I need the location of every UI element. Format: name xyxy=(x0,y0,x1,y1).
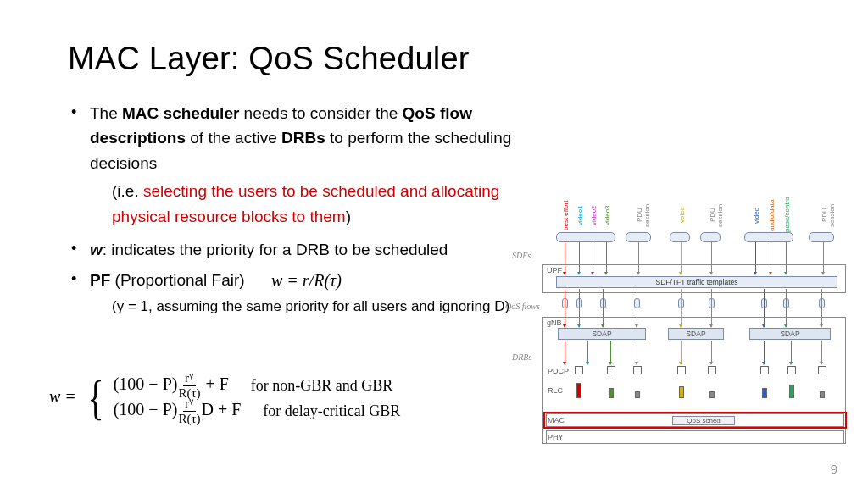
text: (100 − P) xyxy=(114,400,178,419)
text: D + F xyxy=(201,400,241,419)
formula-cases: (100 − P)rᵞR(τ) + F for non-GBR and GBR … xyxy=(114,373,401,424)
text: (100 − P) xyxy=(114,374,178,393)
fraction: rᵞR(τ) xyxy=(178,397,200,425)
case-label: for delay-critical GBR xyxy=(251,402,400,420)
sq xyxy=(818,366,826,374)
arrow-icon xyxy=(637,341,637,364)
pdu-box xyxy=(744,232,793,242)
formula-piecewise: w = { (100 − P)rᵞR(τ) + F for non-GBR an… xyxy=(49,373,400,424)
sq xyxy=(708,366,716,374)
rlc-buf xyxy=(709,391,715,398)
vlabel: video2 xyxy=(590,198,598,232)
text: (Proportional Fair) xyxy=(110,271,244,289)
numerator: rᵞ xyxy=(183,397,196,412)
case-row-1: (100 − P)rᵞR(τ) + F for non-GBR and GBR xyxy=(114,373,401,398)
text: : indicates the priority for a DRB to be… xyxy=(103,241,448,258)
slide: MAC Layer: QoS Scheduler The MAC schedul… xyxy=(0,0,868,488)
sdap-box: SDAP xyxy=(749,328,831,340)
vlabel: voice xyxy=(678,198,686,232)
arrow-icon xyxy=(610,341,611,364)
sq xyxy=(633,366,642,374)
arrow-icon xyxy=(587,341,588,364)
text: The xyxy=(90,104,122,122)
numerator: rᵞ xyxy=(183,372,196,386)
arrow-icon xyxy=(681,341,682,364)
vlabel: best effort xyxy=(562,198,570,232)
row-label-sdfs: SDFs xyxy=(512,251,531,260)
sq xyxy=(607,366,615,374)
arrow-icon xyxy=(764,341,765,364)
rlc-buf xyxy=(820,391,825,398)
bullet-3-sub: (γ = 1, assuming the same priority for a… xyxy=(90,296,526,318)
row-label-drbs: DRBs xyxy=(512,352,531,362)
vlabel: video3 xyxy=(604,198,611,232)
pdu-box xyxy=(700,232,721,242)
arrow-icon xyxy=(565,341,565,364)
text: ) xyxy=(346,208,351,225)
vlabel: audio/data xyxy=(768,198,776,232)
text: + F xyxy=(201,374,228,393)
formula-inline: w = r/R(τ) xyxy=(271,271,342,291)
vlabel: PDU session xyxy=(636,198,651,232)
vlabel: video1 xyxy=(576,198,584,232)
slide-title: MAC Layer: QoS Scheduler xyxy=(68,41,817,77)
arrow-icon xyxy=(711,341,712,364)
highlighted-text: selecting the users to be scheduled and … xyxy=(112,182,499,225)
arrow-icon xyxy=(791,341,792,364)
architecture-diagram: best effort video1 video2 video3 PDU ses… xyxy=(515,198,854,458)
vlabel: pose/contro xyxy=(783,198,791,232)
upf-label: UPF xyxy=(547,266,562,274)
qos-sched-box: QoS sched xyxy=(672,416,735,425)
text: (i.e. xyxy=(112,182,143,200)
arrow-icon xyxy=(821,341,822,364)
pdu-box xyxy=(626,232,651,242)
sdap-box: SDAP xyxy=(558,328,646,340)
tft-bar: SDF/TFT traffic templates xyxy=(556,276,837,288)
vlabel: PDU session xyxy=(709,198,724,232)
sq xyxy=(575,366,583,374)
row-label-qosflows: QoS flows xyxy=(505,302,540,311)
bold-text: PF xyxy=(90,271,110,289)
pdu-box xyxy=(809,232,834,242)
fraction: rᵞR(τ) xyxy=(178,372,200,400)
rlc-buf xyxy=(635,391,640,398)
phy-bar xyxy=(546,430,844,444)
text: of the active xyxy=(186,129,281,147)
vlabel: PDU session xyxy=(821,198,836,232)
sq xyxy=(760,366,769,374)
variable-w: w xyxy=(90,241,103,258)
sdap-box: SDAP xyxy=(668,328,724,340)
bullet-1-sub: (i.e. selecting the users to be schedule… xyxy=(90,179,526,229)
bold-text: DRBs xyxy=(281,129,326,147)
rlc-buf xyxy=(789,385,794,398)
bullet-2: w: indicates the priority for a DRB to b… xyxy=(68,237,526,262)
gnb-label: gNB xyxy=(547,319,562,327)
brace-icon: { xyxy=(87,374,103,423)
formula-lhs: w = xyxy=(49,387,76,406)
page-number: 9 xyxy=(831,462,837,476)
text-column: The MAC scheduler needs to consider the … xyxy=(68,101,526,326)
denominator: R(τ) xyxy=(178,412,200,425)
case-row-2: (100 − P)rᵞR(τ)D + F for delay-critical … xyxy=(114,398,401,424)
case-label: for non-GBR and GBR xyxy=(239,377,393,395)
expr: (100 − P)rᵞR(τ) + F xyxy=(114,372,229,400)
layer-phy: PHY xyxy=(548,433,564,441)
layer-rlc: RLC xyxy=(548,386,563,395)
layer-pdcp: PDCP xyxy=(548,367,569,375)
pdu-box xyxy=(670,232,690,242)
vlabel: video xyxy=(753,198,760,232)
pdu-box xyxy=(556,232,615,242)
rlc-buf xyxy=(762,388,767,398)
sq xyxy=(787,366,796,374)
sq xyxy=(677,366,686,374)
rlc-buf xyxy=(679,386,684,398)
bold-text: MAC scheduler xyxy=(122,104,239,122)
text: needs to consider the xyxy=(239,104,402,122)
rlc-buf xyxy=(609,388,614,398)
bullet-1: The MAC scheduler needs to consider the … xyxy=(68,101,526,229)
rlc-buf xyxy=(576,383,581,398)
expr: (100 − P)rᵞR(τ)D + F xyxy=(114,397,242,425)
